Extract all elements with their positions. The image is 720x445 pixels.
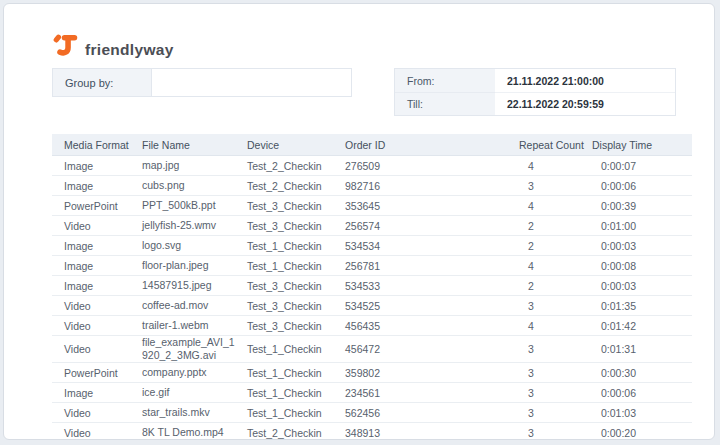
cell-media-format: Video [52,316,142,336]
cell-repeat-count: 3 [519,363,592,383]
cell-device: Test_1_Checkin [247,256,345,276]
cell-display-time: 0:01:35 [592,296,692,316]
table-row: PowerPointPPT_500kB.pptTest_3_Checkin353… [52,196,692,216]
cell-order-id: 534533 [345,276,519,296]
group-by-control: Group by: [52,68,352,97]
table-row: PowerPointcompany.pptxTest_1_Checkin3598… [52,363,692,383]
cell-display-time: 0:00:08 [592,256,692,276]
table-row: Videofile_example_AVI_1920_2_3MG.aviTest… [52,336,692,363]
column-header-repeat-count: Repeat Count [519,134,592,156]
table-row: Imagelogo.svgTest_1_Checkin53453420:00:0… [52,236,692,256]
till-date-field[interactable]: 22.11.2022 20:59:59 [495,92,675,115]
cell-order-id: 456435 [345,316,519,336]
cell-repeat-count: 3 [519,423,592,440]
cell-media-format: Image [52,276,142,296]
cell-device: Test_1_Checkin [247,363,345,383]
table-row: Imagefloor-plan.jpegTest_1_Checkin256781… [52,256,692,276]
table-row: Video8K TL Demo.mp4Test_2_Checkin3489133… [52,423,692,440]
cell-order-id: 348913 [345,423,519,440]
cell-repeat-count: 3 [519,296,592,316]
cell-order-id: 534525 [345,296,519,316]
cell-repeat-count: 4 [519,316,592,336]
brand-name: friendlyway [85,42,174,60]
cell-display-time: 0:00:07 [592,156,692,176]
cell-device: Test_2_Checkin [247,176,345,196]
cell-file-name: floor-plan.jpeg [142,256,247,276]
cell-device: Test_3_Checkin [247,296,345,316]
cell-order-id: 534534 [345,236,519,256]
cell-order-id: 982716 [345,176,519,196]
cell-repeat-count: 4 [519,156,592,176]
cell-device: Test_1_Checkin [247,236,345,256]
cell-file-name: map.jpg [142,156,247,176]
table-header: Media Format File Name Device Order ID R… [52,134,692,156]
cell-repeat-count: 2 [519,236,592,256]
cell-repeat-count: 4 [519,196,592,216]
brand-logo: friendlyway [52,33,174,59]
cell-repeat-count: 3 [519,336,592,363]
table-row: Videotrailer-1.webmTest_3_Checkin4564354… [52,316,692,336]
cell-device: Test_2_Checkin [247,156,345,176]
cell-media-format: Video [52,423,142,440]
cell-file-name: PPT_500kB.ppt [142,196,247,216]
till-label: Till: [395,92,495,115]
cell-file-name: 14587915.jpeg [142,276,247,296]
cell-device: Test_3_Checkin [247,196,345,216]
table-row: Image14587915.jpegTest_3_Checkin53453320… [52,276,692,296]
cell-display-time: 0:00:30 [592,363,692,383]
cell-device: Test_3_Checkin [247,276,345,296]
column-header-device: Device [247,134,345,156]
report-panel: friendlyway Group by: From: 21.11.2022 2… [3,3,715,440]
cell-media-format: Image [52,236,142,256]
cell-media-format: Video [52,403,142,423]
cell-device: Test_1_Checkin [247,383,345,403]
column-header-display-time: Display Time [592,134,692,156]
cell-media-format: Video [52,336,142,363]
cell-device: Test_1_Checkin [247,403,345,423]
group-by-input[interactable] [151,69,351,96]
cell-repeat-count: 2 [519,216,592,236]
table-row: Imagecubs.pngTest_2_Checkin98271630:00:0… [52,176,692,196]
table-body: Imagemap.jpgTest_2_Checkin27650940:00:07… [52,156,692,441]
cell-media-format: PowerPoint [52,363,142,383]
cell-display-time: 0:01:00 [592,216,692,236]
cell-device: Test_3_Checkin [247,316,345,336]
group-by-label: Group by: [53,69,151,96]
till-row: Till: 22.11.2022 20:59:59 [395,92,675,115]
cell-order-id: 234561 [345,383,519,403]
cell-display-time: 0:00:06 [592,176,692,196]
cell-device: Test_1_Checkin [247,336,345,363]
cell-file-name: logo.svg [142,236,247,256]
cell-media-format: PowerPoint [52,196,142,216]
cell-media-format: Image [52,156,142,176]
cell-media-format: Image [52,256,142,276]
cell-media-format: Image [52,383,142,403]
from-date-field[interactable]: 21.11.2022 21:00:00 [495,69,675,92]
column-header-media-format: Media Format [52,134,142,156]
table-row: Imagemap.jpgTest_2_Checkin27650940:00:07 [52,156,692,176]
cell-order-id: 456472 [345,336,519,363]
cell-repeat-count: 3 [519,176,592,196]
cell-repeat-count: 3 [519,403,592,423]
cell-file-name: jellyfish-25.wmv [142,216,247,236]
cell-file-name: coffee-ad.mov [142,296,247,316]
cell-device: Test_2_Checkin [247,423,345,440]
cell-file-name: file_example_AVI_1920_2_3MG.avi [142,336,247,363]
cell-display-time: 0:00:39 [592,196,692,216]
cell-file-name: trailer-1.webm [142,316,247,336]
cell-file-name: cubs.png [142,176,247,196]
cell-order-id: 562456 [345,403,519,423]
cell-file-name: star_trails.mkv [142,403,247,423]
cell-display-time: 0:00:06 [592,383,692,403]
cell-display-time: 0:00:20 [592,423,692,440]
cell-file-name: ice.gif [142,383,247,403]
table-row: Videostar_trails.mkvTest_1_Checkin562456… [52,403,692,423]
cell-file-name: company.pptx [142,363,247,383]
cell-display-time: 0:01:42 [592,316,692,336]
cell-order-id: 256781 [345,256,519,276]
media-report-table: Media Format File Name Device Order ID R… [52,134,692,440]
cell-display-time: 0:01:03 [592,403,692,423]
cell-order-id: 276509 [345,156,519,176]
cell-device: Test_3_Checkin [247,216,345,236]
cell-order-id: 256574 [345,216,519,236]
